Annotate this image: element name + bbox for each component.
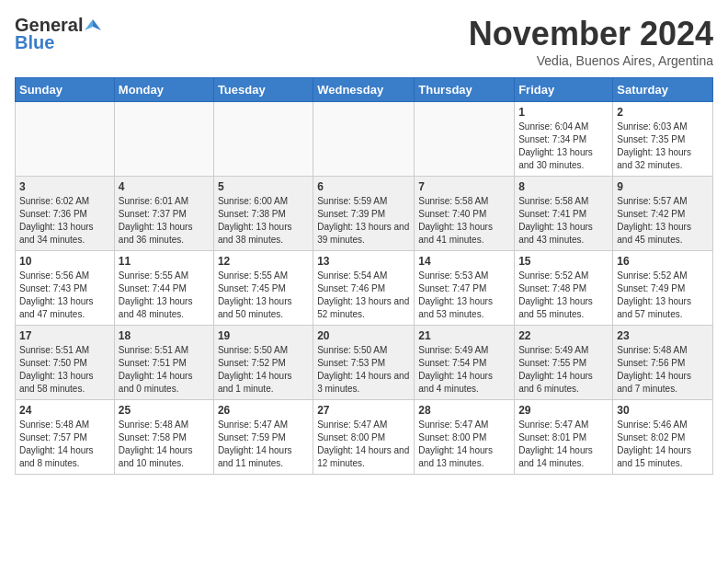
calendar-cell: 18Sunrise: 5:51 AM Sunset: 7:51 PM Dayli… — [114, 326, 213, 400]
calendar-cell: 4Sunrise: 6:01 AM Sunset: 7:37 PM Daylig… — [114, 177, 213, 251]
day-header-thursday: Thursday — [415, 78, 515, 102]
day-info: Sunrise: 5:59 AM Sunset: 7:39 PM Dayligh… — [317, 195, 410, 247]
day-number: 9 — [617, 180, 709, 193]
day-number: 25 — [119, 404, 210, 417]
calendar-cell — [114, 102, 213, 177]
day-info: Sunrise: 6:04 AM Sunset: 7:34 PM Dayligh… — [518, 121, 609, 172]
day-number: 12 — [218, 255, 309, 268]
location-subtitle: Vedia, Buenos Aires, Argentina — [469, 53, 713, 68]
calendar-week-row: 17Sunrise: 5:51 AM Sunset: 7:50 PM Dayli… — [16, 326, 713, 400]
day-header-tuesday: Tuesday — [213, 78, 313, 102]
calendar-cell: 14Sunrise: 5:53 AM Sunset: 7:47 PM Dayli… — [415, 251, 515, 326]
day-number: 10 — [19, 255, 110, 268]
day-info: Sunrise: 5:58 AM Sunset: 7:41 PM Dayligh… — [518, 195, 609, 247]
day-info: Sunrise: 5:47 AM Sunset: 8:00 PM Dayligh… — [418, 419, 510, 470]
calendar-cell: 28Sunrise: 5:47 AM Sunset: 8:00 PM Dayli… — [415, 400, 515, 475]
day-number: 23 — [617, 329, 709, 342]
day-info: Sunrise: 6:03 AM Sunset: 7:35 PM Dayligh… — [617, 121, 709, 172]
day-number: 4 — [119, 180, 210, 193]
day-info: Sunrise: 5:48 AM Sunset: 7:57 PM Dayligh… — [19, 419, 110, 470]
day-number: 18 — [119, 329, 210, 342]
day-number: 2 — [617, 106, 709, 119]
day-number: 19 — [218, 329, 309, 342]
calendar-cell: 27Sunrise: 5:47 AM Sunset: 8:00 PM Dayli… — [313, 400, 415, 475]
day-number: 7 — [418, 180, 510, 193]
day-info: Sunrise: 5:50 AM Sunset: 7:53 PM Dayligh… — [317, 344, 410, 396]
day-number: 14 — [418, 255, 510, 268]
day-info: Sunrise: 5:49 AM Sunset: 7:55 PM Dayligh… — [518, 344, 609, 396]
day-number: 20 — [317, 329, 410, 342]
calendar-cell: 6Sunrise: 5:59 AM Sunset: 7:39 PM Daylig… — [313, 177, 415, 251]
calendar-cell: 30Sunrise: 5:46 AM Sunset: 8:02 PM Dayli… — [613, 400, 713, 475]
day-number: 30 — [617, 404, 709, 417]
calendar-cell: 7Sunrise: 5:58 AM Sunset: 7:40 PM Daylig… — [415, 177, 515, 251]
day-info: Sunrise: 5:49 AM Sunset: 7:54 PM Dayligh… — [418, 344, 510, 396]
day-header-wednesday: Wednesday — [313, 78, 415, 102]
day-number: 5 — [218, 180, 309, 193]
day-number: 8 — [518, 180, 609, 193]
day-info: Sunrise: 6:01 AM Sunset: 7:37 PM Dayligh… — [119, 195, 210, 247]
day-info: Sunrise: 5:57 AM Sunset: 7:42 PM Dayligh… — [617, 195, 709, 247]
day-header-monday: Monday — [114, 78, 213, 102]
calendar-cell — [213, 102, 313, 177]
day-info: Sunrise: 5:54 AM Sunset: 7:46 PM Dayligh… — [317, 270, 410, 321]
day-info: Sunrise: 5:56 AM Sunset: 7:43 PM Dayligh… — [19, 270, 110, 321]
day-info: Sunrise: 5:53 AM Sunset: 7:47 PM Dayligh… — [418, 270, 510, 321]
day-number: 29 — [518, 404, 609, 417]
day-header-friday: Friday — [515, 78, 613, 102]
calendar-header-row: SundayMondayTuesdayWednesdayThursdayFrid… — [16, 78, 713, 102]
day-number: 13 — [317, 255, 410, 268]
title-section: November 2024 Vedia, Buenos Aires, Argen… — [469, 15, 713, 68]
day-number: 27 — [317, 404, 410, 417]
calendar-cell: 20Sunrise: 5:50 AM Sunset: 7:53 PM Dayli… — [313, 326, 415, 400]
calendar-week-row: 24Sunrise: 5:48 AM Sunset: 7:57 PM Dayli… — [16, 400, 713, 475]
day-info: Sunrise: 5:47 AM Sunset: 7:59 PM Dayligh… — [218, 419, 309, 470]
calendar-cell: 5Sunrise: 6:00 AM Sunset: 7:38 PM Daylig… — [213, 177, 313, 251]
day-info: Sunrise: 5:46 AM Sunset: 8:02 PM Dayligh… — [617, 419, 709, 470]
day-info: Sunrise: 5:47 AM Sunset: 8:01 PM Dayligh… — [518, 419, 609, 470]
calendar-cell: 17Sunrise: 5:51 AM Sunset: 7:50 PM Dayli… — [16, 326, 115, 400]
day-info: Sunrise: 5:55 AM Sunset: 7:44 PM Dayligh… — [119, 270, 210, 321]
calendar-cell: 19Sunrise: 5:50 AM Sunset: 7:52 PM Dayli… — [213, 326, 313, 400]
day-info: Sunrise: 5:47 AM Sunset: 8:00 PM Dayligh… — [317, 419, 410, 470]
day-number: 6 — [317, 180, 410, 193]
calendar-cell: 22Sunrise: 5:49 AM Sunset: 7:55 PM Dayli… — [515, 326, 613, 400]
day-info: Sunrise: 5:55 AM Sunset: 7:45 PM Dayligh… — [218, 270, 309, 321]
calendar-cell: 11Sunrise: 5:55 AM Sunset: 7:44 PM Dayli… — [114, 251, 213, 326]
calendar-cell: 21Sunrise: 5:49 AM Sunset: 7:54 PM Dayli… — [415, 326, 515, 400]
day-number: 28 — [418, 404, 510, 417]
calendar-cell: 12Sunrise: 5:55 AM Sunset: 7:45 PM Dayli… — [213, 251, 313, 326]
calendar-table: SundayMondayTuesdayWednesdayThursdayFrid… — [15, 77, 713, 475]
day-info: Sunrise: 5:48 AM Sunset: 7:58 PM Dayligh… — [119, 419, 210, 470]
logo: General Blue — [15, 15, 103, 53]
day-number: 24 — [19, 404, 110, 417]
day-number: 16 — [617, 255, 709, 268]
calendar-cell: 10Sunrise: 5:56 AM Sunset: 7:43 PM Dayli… — [16, 251, 115, 326]
calendar-cell: 3Sunrise: 6:02 AM Sunset: 7:36 PM Daylig… — [16, 177, 115, 251]
logo-bird-icon — [85, 17, 101, 34]
day-info: Sunrise: 6:00 AM Sunset: 7:38 PM Dayligh… — [218, 195, 309, 247]
day-header-saturday: Saturday — [613, 78, 713, 102]
calendar-cell: 25Sunrise: 5:48 AM Sunset: 7:58 PM Dayli… — [114, 400, 213, 475]
day-number: 17 — [19, 329, 110, 342]
day-number: 21 — [418, 329, 510, 342]
day-info: Sunrise: 6:02 AM Sunset: 7:36 PM Dayligh… — [19, 195, 110, 247]
page-header: General Blue November 2024 Vedia, Buenos… — [15, 15, 713, 68]
calendar-cell: 24Sunrise: 5:48 AM Sunset: 7:57 PM Dayli… — [16, 400, 115, 475]
day-info: Sunrise: 5:51 AM Sunset: 7:51 PM Dayligh… — [119, 344, 210, 396]
day-info: Sunrise: 5:52 AM Sunset: 7:48 PM Dayligh… — [518, 270, 609, 321]
calendar-cell: 15Sunrise: 5:52 AM Sunset: 7:48 PM Dayli… — [515, 251, 613, 326]
calendar-cell — [415, 102, 515, 177]
day-number: 11 — [119, 255, 210, 268]
svg-marker-1 — [85, 19, 93, 30]
calendar-cell — [313, 102, 415, 177]
calendar-cell: 1Sunrise: 6:04 AM Sunset: 7:34 PM Daylig… — [515, 102, 613, 177]
day-info: Sunrise: 5:52 AM Sunset: 7:49 PM Dayligh… — [617, 270, 709, 321]
calendar-week-row: 10Sunrise: 5:56 AM Sunset: 7:43 PM Dayli… — [16, 251, 713, 326]
day-info: Sunrise: 5:48 AM Sunset: 7:56 PM Dayligh… — [617, 344, 709, 396]
calendar-cell: 9Sunrise: 5:57 AM Sunset: 7:42 PM Daylig… — [613, 177, 713, 251]
calendar-cell: 16Sunrise: 5:52 AM Sunset: 7:49 PM Dayli… — [613, 251, 713, 326]
calendar-cell: 23Sunrise: 5:48 AM Sunset: 7:56 PM Dayli… — [613, 326, 713, 400]
day-number: 3 — [19, 180, 110, 193]
day-number: 26 — [218, 404, 309, 417]
